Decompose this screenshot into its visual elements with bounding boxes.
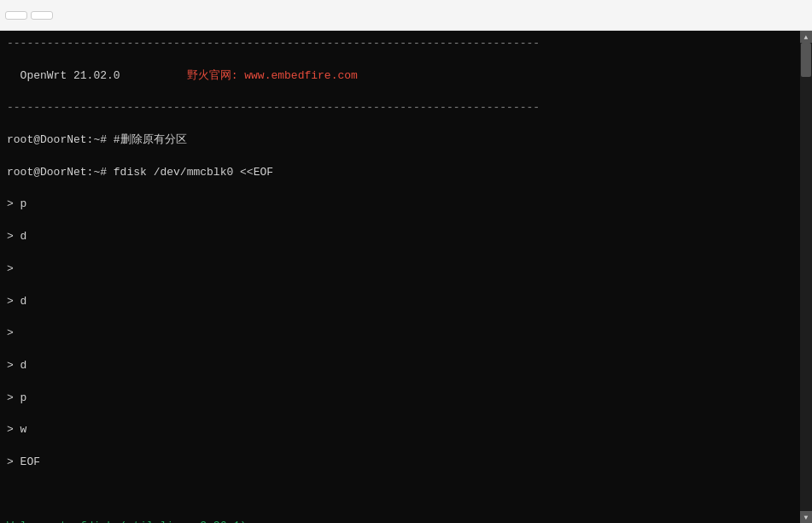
scrollbar: ▲ ▼ <box>800 31 812 523</box>
config-button[interactable] <box>31 11 53 20</box>
terminal-line <box>7 487 793 503</box>
terminal-line: > p <box>7 391 793 407</box>
terminal-output: ----------------------------------------… <box>0 31 800 523</box>
scrollbar-up-button[interactable]: ▲ <box>800 31 812 43</box>
scrollbar-track <box>800 43 812 511</box>
terminal-line: ----------------------------------------… <box>7 36 793 52</box>
scrollbar-down-button[interactable]: ▼ <box>800 511 812 523</box>
terminal-button[interactable] <box>5 11 27 20</box>
terminal-line: > d <box>7 358 793 374</box>
terminal-line: > EOF <box>7 455 793 471</box>
terminal-line: > w <box>7 422 793 438</box>
terminal-line: > d <box>7 229 793 245</box>
terminal-line: > <box>7 326 793 342</box>
terminal-line: root@DoorNet:~# #删除原有分区 <box>7 132 793 149</box>
terminal-line: root@DoorNet:~# fdisk /dev/mmcblk0 <<EOF <box>7 165 793 181</box>
toolbar <box>0 0 812 31</box>
terminal-line: > p <box>7 197 793 213</box>
terminal-line: > d <box>7 294 793 310</box>
terminal-line: ----------------------------------------… <box>7 100 793 116</box>
terminal-line: OpenWrt 21.02.0 野火官网: www.embedfire.com <box>7 68 793 85</box>
terminal-line: Welcome to fdisk (util-linux 2.36.1). <box>7 519 793 523</box>
terminal-line: > <box>7 262 793 278</box>
scrollbar-thumb[interactable] <box>801 43 811 77</box>
terminal-wrapper: ----------------------------------------… <box>0 31 812 523</box>
